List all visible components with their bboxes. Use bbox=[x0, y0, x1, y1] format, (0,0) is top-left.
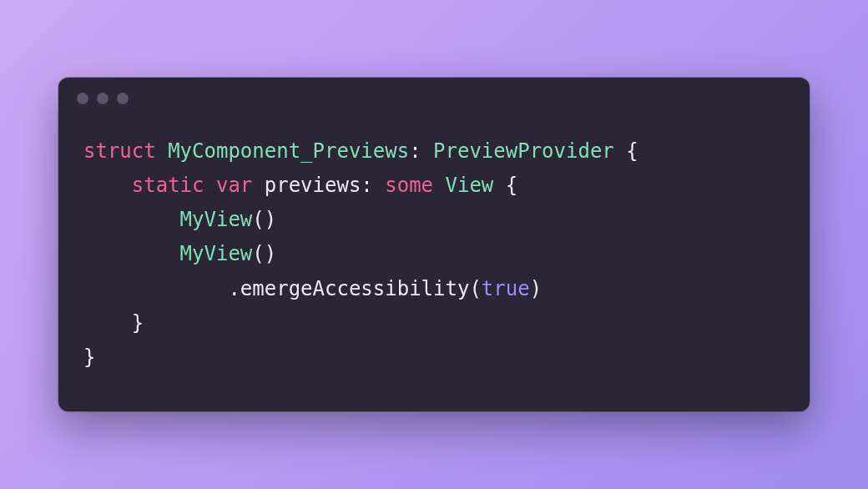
keyword-struct: struct bbox=[83, 139, 156, 163]
brace-close: } bbox=[83, 345, 95, 369]
parens: () bbox=[252, 242, 276, 265]
keyword-static: static bbox=[132, 174, 204, 197]
traffic-light-minimize-icon[interactable] bbox=[97, 93, 108, 104]
identifier-previews: previews bbox=[265, 174, 361, 197]
keyword-some: some bbox=[385, 174, 433, 197]
brace-open: { bbox=[626, 139, 638, 163]
brace-open: { bbox=[506, 174, 517, 197]
protocol-name: PreviewProvider bbox=[433, 139, 614, 163]
type-name: MyComponent_Previews bbox=[168, 139, 409, 163]
bool-true: true bbox=[482, 277, 530, 300]
type-myview: MyView bbox=[180, 242, 253, 265]
indent bbox=[83, 208, 180, 231]
brace-close: } bbox=[132, 311, 144, 335]
indent bbox=[83, 174, 132, 197]
colon: : bbox=[409, 139, 421, 163]
code-window: struct MyComponent_Previews: PreviewProv… bbox=[58, 78, 810, 412]
code-block: struct MyComponent_Previews: PreviewProv… bbox=[58, 104, 810, 412]
type-myview: MyView bbox=[180, 208, 253, 231]
indent bbox=[83, 311, 132, 335]
paren-close: ) bbox=[530, 277, 542, 300]
indent bbox=[83, 277, 228, 300]
indent bbox=[83, 242, 180, 265]
keyword-var: var bbox=[216, 174, 252, 197]
method-name: emergeAccessibility bbox=[240, 277, 470, 300]
traffic-light-close-icon[interactable] bbox=[77, 93, 88, 104]
window-titlebar bbox=[58, 78, 810, 104]
type-view: View bbox=[446, 174, 494, 197]
paren-open: ( bbox=[469, 277, 481, 300]
dot: . bbox=[228, 277, 240, 300]
parens: () bbox=[252, 208, 276, 231]
traffic-light-zoom-icon[interactable] bbox=[117, 93, 129, 104]
colon: : bbox=[361, 174, 372, 197]
